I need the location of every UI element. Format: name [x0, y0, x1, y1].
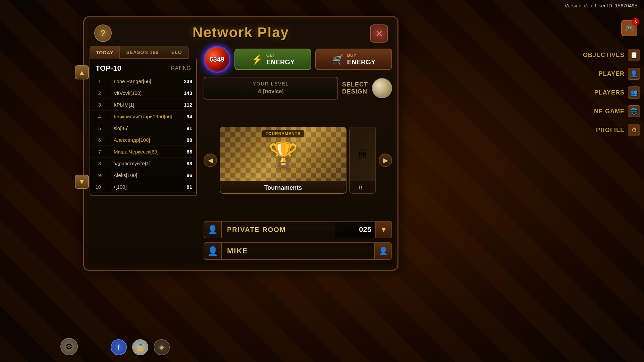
rank-2: 2: [94, 90, 101, 96]
leaderboard-panel: TODAY SEASON 166 ELO ▲ TOP-10 RATING 1: [90, 46, 197, 260]
score-6: 88: [186, 137, 192, 143]
sidebar-item-profile[interactable]: PROFILE ⚙: [577, 122, 644, 138]
table-row[interactable]: 9 ⚜ Aleks[100] 86: [90, 169, 196, 181]
medal-button[interactable]: 🏅: [132, 339, 148, 355]
sidebar-item-ne-game[interactable]: NE GAME 🌐: [577, 103, 644, 119]
right-panel: 6349 ⚡ GET ENERGY 🛒 BUY ENERGY: [197, 46, 392, 260]
score-1: 239: [184, 78, 192, 84]
rank-icon-3: △: [104, 101, 111, 108]
trophy-icon: 🏆: [269, 140, 298, 168]
buy-label-bottom: ENERGY: [347, 58, 375, 66]
scroll-down-button[interactable]: ▼: [75, 175, 89, 189]
version-text: Version: i/en. User ID: 15670495: [565, 3, 637, 8]
player-name-1: Lone Ranger[66]: [114, 78, 181, 84]
sidebar-item-player[interactable]: PLAYER 👤: [577, 66, 644, 82]
score-10: 81: [186, 184, 192, 190]
leaderboard-title: TOP-10: [96, 64, 121, 73]
rank-icon-2: ⚜: [104, 89, 111, 97]
get-energy-button[interactable]: ⚡ GET ENERGY: [234, 49, 311, 70]
player-name-9: Aleks[100]: [114, 172, 184, 178]
buy-energy-button[interactable]: 🛒 BUY ENERGY: [315, 49, 392, 70]
settings-icon: ⚙: [65, 342, 73, 351]
rank-icon-6: ⚜: [104, 136, 111, 143]
close-button[interactable]: ✕: [370, 24, 388, 43]
score-9: 86: [186, 172, 192, 178]
profile-icon: ⚙: [628, 124, 640, 136]
table-row[interactable]: 6 ⚜ Александр[100] 88: [90, 134, 196, 146]
table-row[interactable]: 10 ⚜ •[100] 81: [90, 181, 196, 193]
player-name-3: КРЫМ[1]: [114, 102, 181, 108]
tab-season[interactable]: SEASON 166: [120, 46, 165, 59]
player-person-icon: 👤: [207, 246, 218, 256]
rank-icon-7: △: [104, 148, 111, 155]
tournaments-label: Tournaments: [220, 181, 346, 194]
rank-icon-8: △: [104, 160, 111, 167]
level-box: YOUR LEVEL 4 [novice]: [204, 77, 338, 100]
extra-icon: ◆: [159, 344, 164, 351]
players-icon: 👥: [628, 86, 640, 99]
table-row[interactable]: 7 △ Миша Черкесск[69] 88: [90, 146, 196, 158]
table-row[interactable]: 2 ⚜ VitVovk[100] 143: [90, 87, 196, 99]
table-row[interactable]: 8 △ здравствуйте[1] 88: [90, 158, 196, 169]
get-energy-icon: ⚡: [251, 54, 263, 65]
help-button[interactable]: ?: [94, 24, 112, 42]
card-next-button[interactable]: ▶: [379, 154, 392, 167]
card-prev-button[interactable]: ◀: [204, 154, 217, 167]
private-room-label: PRIVATE ROOM: [222, 226, 335, 234]
table-row[interactable]: 1 △ Lone Ranger[66] 239: [90, 75, 196, 87]
level-value: 4 [novice]: [258, 86, 283, 95]
tab-elo[interactable]: ELO: [165, 46, 189, 59]
get-label-bottom: ENERGY: [266, 58, 294, 66]
tournaments-badge: TOURNAMENTS: [262, 130, 304, 137]
card-right-icon: ▶: [383, 156, 388, 164]
player-name-row: 👤 MIKE 👤: [204, 242, 392, 260]
player-name-2: VitVovk[100]: [114, 90, 181, 96]
scroll-up-button[interactable]: ▲: [75, 65, 89, 79]
sidebar-item-objectives[interactable]: OBJECTIVES 📋: [577, 47, 644, 63]
rank-8: 8: [94, 161, 101, 166]
private-room-row: 👤 PRIVATE ROOM 025 ▼: [204, 221, 392, 238]
sidebar-item-players[interactable]: PLAYERS 👥: [577, 84, 644, 101]
score-4: 94: [186, 114, 192, 119]
private-room-number[interactable]: 025: [335, 222, 375, 238]
score-8: 88: [186, 161, 192, 166]
table-row[interactable]: 4 ⚜ КвиквинияОтари1950[56] 94: [90, 111, 196, 122]
modal-title: Network Play: [84, 17, 397, 46]
notification-count: 6: [632, 18, 639, 25]
rank-icon-5: △: [104, 124, 111, 132]
avatar-button[interactable]: 👤: [374, 243, 391, 259]
private-room-dropdown[interactable]: ▼: [375, 222, 391, 238]
score-7: 88: [186, 149, 192, 155]
leaderboard-header: TOP-10 RATING: [90, 61, 196, 75]
partial-card: 🏛 R...: [349, 127, 376, 194]
modal-content: TODAY SEASON 166 ELO ▲ TOP-10 RATING 1: [84, 46, 397, 265]
social-button[interactable]: f: [111, 339, 127, 355]
rank-1: 1: [94, 78, 101, 84]
table-row[interactable]: 5 △ slo[46] 91: [90, 122, 196, 134]
select-design-area[interactable]: SELECT DESIGN: [342, 78, 392, 98]
settings-button[interactable]: ⚙: [60, 338, 78, 355]
rank-icon-1: △: [104, 77, 111, 85]
level-title: YOUR LEVEL: [253, 81, 289, 86]
table-row[interactable]: 3 △ КРЫМ[1] 112: [90, 99, 196, 111]
notification-badge[interactable]: 🎮 6: [621, 20, 637, 36]
tab-today[interactable]: TODAY: [90, 46, 120, 59]
tournaments-card[interactable]: 🏆 TOURNAMENTS Tournaments: [220, 127, 346, 194]
energy-orb: 6349: [204, 46, 230, 73]
energy-value: 6349: [210, 56, 225, 63]
extra-button[interactable]: ◆: [154, 339, 170, 355]
energy-row: 6349 ⚡ GET ENERGY 🛒 BUY ENERGY: [204, 46, 392, 73]
score-2: 143: [184, 90, 192, 96]
select-design-label: SELECT DESIGN: [342, 81, 368, 95]
objectives-label: OBJECTIVES: [583, 52, 625, 59]
rank-7: 7: [94, 149, 101, 155]
player-name-10: •[100]: [114, 184, 184, 190]
ne-game-icon: 🌐: [628, 105, 640, 117]
rank-icon-9: ⚜: [104, 171, 111, 179]
players-label: PLAYERS: [594, 89, 625, 96]
social-icon: f: [118, 344, 120, 351]
leaderboard-tabs: TODAY SEASON 166 ELO: [90, 46, 197, 59]
scroll-up-icon: ▲: [78, 69, 85, 76]
objectives-icon: 📋: [628, 49, 640, 61]
profile-label: PROFILE: [596, 127, 625, 134]
